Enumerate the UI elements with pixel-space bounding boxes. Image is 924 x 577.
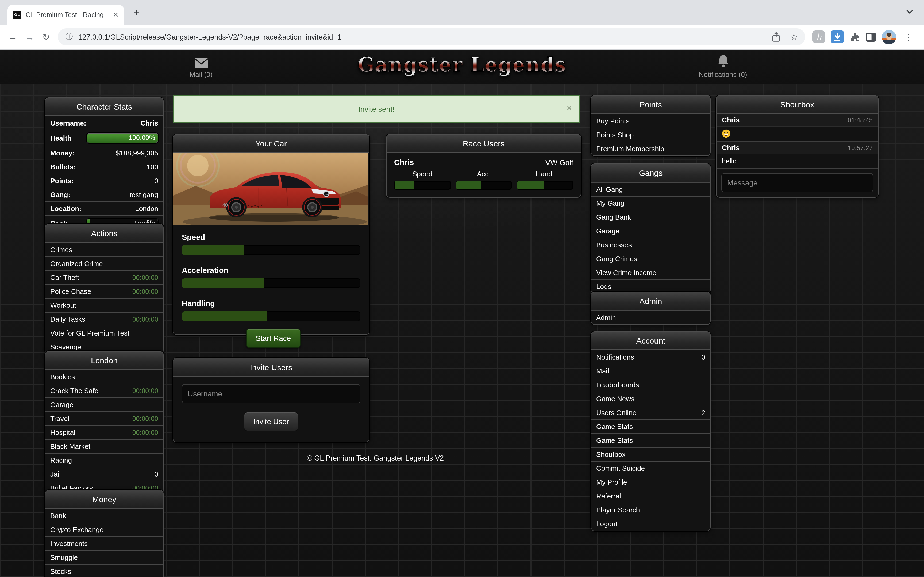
menu-item-organized-crime[interactable]: Organized Crime <box>45 256 163 270</box>
profile-avatar[interactable] <box>882 30 897 44</box>
panel-title: Gangs <box>591 164 710 182</box>
menu-item-logout[interactable]: Logout <box>591 517 710 530</box>
shout-message-header: Chris 01:48:45 <box>717 114 878 126</box>
panel-title: London <box>45 351 163 370</box>
menu-item-premium-membership[interactable]: Premium Membership <box>591 142 710 155</box>
menu-item-black-market[interactable]: Black Market <box>45 439 163 453</box>
menu-item-mail[interactable]: Mail <box>591 364 710 378</box>
shoutbox-message-input[interactable] <box>721 173 873 192</box>
menu-item-jail[interactable]: Jail0 <box>45 467 163 481</box>
panel-title: Shoutbox <box>717 96 878 114</box>
notifications-nav[interactable]: Notifications (0) <box>691 53 755 79</box>
menu-item-game-stats[interactable]: Game Stats <box>591 419 710 433</box>
menu-item-smuggle[interactable]: Smuggle <box>45 550 163 564</box>
race-stat-hand: Hand. <box>517 170 573 190</box>
panel-title: Actions <box>45 224 163 243</box>
address-pill[interactable]: ⓘ 127.0.0.1/GLScript/release/Gangster-Le… <box>58 28 806 45</box>
refresh-icon[interactable]: ↻ <box>42 32 50 41</box>
start-race-button[interactable]: Start Race <box>246 329 300 348</box>
menu-item-buy-points[interactable]: Buy Points <box>591 114 710 128</box>
actions-panel: Actions Crimes Organized Crime Car Theft… <box>45 224 164 354</box>
info-icon[interactable]: ⓘ <box>66 32 73 42</box>
menu-item-notifications[interactable]: Notifications0 <box>591 350 710 364</box>
menu-item-logs[interactable]: Logs <box>591 279 710 293</box>
browser-tab[interactable]: GL GL Premium Test - Racing ✕ <box>8 5 124 24</box>
race-user-car: VW Golf <box>545 158 573 167</box>
menu-item-view-crime-income[interactable]: View Crime Income <box>591 266 710 279</box>
tab-close-icon[interactable]: ✕ <box>113 11 119 19</box>
points-panel: Points Buy Points Points Shop Premium Me… <box>591 95 711 156</box>
menu-item-crack-the-safe[interactable]: Crack The Safe00:00:00 <box>45 384 163 398</box>
browser-window: GL GL Premium Test - Racing ✕ + ← → ↻ ⓘ … <box>0 0 924 577</box>
menu-item-garage[interactable]: Garage <box>45 398 163 411</box>
new-tab-icon[interactable]: + <box>134 6 140 18</box>
back-icon[interactable]: ← <box>8 32 17 41</box>
invite-username-input[interactable] <box>182 384 360 403</box>
menu-item-racing[interactable]: Racing <box>45 453 163 467</box>
your-car-panel: Your Car <box>173 134 370 335</box>
menu-item-gang-crimes[interactable]: Gang Crimes <box>591 251 710 266</box>
menu-item-crypto-exchange[interactable]: Crypto Exchange <box>45 522 163 537</box>
race-stat-acc: Acc. <box>455 170 512 190</box>
gangs-panel: Gangs All Gang My Gang Gang Bank Garage … <box>591 163 711 294</box>
menu-item-game-stats-2[interactable]: Game Stats <box>591 433 710 447</box>
menu-item-police-chase[interactable]: Police Chase00:00:00 <box>45 284 163 298</box>
menu-item-travel[interactable]: Travel00:00:00 <box>45 411 163 425</box>
extensions-puzzle-icon[interactable] <box>850 32 860 42</box>
menu-item-vote[interactable]: Vote for GL Premium Test <box>45 326 163 340</box>
race-stat-speed: Speed <box>394 170 451 190</box>
stat-row: Points: 0 <box>45 174 163 187</box>
account-panel: Account Notifications0 Mail Leaderboards… <box>591 331 711 531</box>
menu-item-player-search[interactable]: Player Search <box>591 503 710 517</box>
menu-item-businesses[interactable]: Businesses <box>591 238 710 251</box>
menu-item-hospital[interactable]: Hospital00:00:00 <box>45 425 163 439</box>
menu-item-gang-garage[interactable]: Garage <box>591 224 710 238</box>
shoutbox-panel: Shoutbox Chris 01:48:45 Chris 10:57:27 <box>716 95 879 198</box>
sidebar-icon[interactable] <box>866 32 876 41</box>
invite-user-button[interactable]: Invite User <box>244 412 299 431</box>
share-icon[interactable] <box>772 32 780 42</box>
game-logo: Gangster Legends <box>0 53 924 76</box>
acceleration-bar <box>182 278 360 288</box>
shout-message-header: Chris 10:57:27 <box>717 141 878 154</box>
browser-menu-icon[interactable]: ⋮ <box>905 32 913 42</box>
menu-item-stocks[interactable]: Stocks <box>45 564 163 577</box>
menu-item-bookies[interactable]: Bookies <box>45 370 163 384</box>
menu-item-workout[interactable]: Workout <box>45 298 163 312</box>
shout-message-body: hello <box>717 154 878 168</box>
panel-title: Money <box>45 490 163 509</box>
menu-item-shoutbox[interactable]: Shoutbox <box>591 447 710 461</box>
alert-close-icon[interactable]: × <box>567 104 572 112</box>
bookmark-star-icon[interactable]: ☆ <box>790 31 798 42</box>
menu-item-commit-suicide[interactable]: Commit Suicide <box>591 461 710 475</box>
menu-item-my-profile[interactable]: My Profile <box>591 475 710 489</box>
menu-item-points-shop[interactable]: Points Shop <box>591 128 710 142</box>
menu-item-bank[interactable]: Bank <box>45 509 163 522</box>
menu-item-gang-bank[interactable]: Gang Bank <box>591 210 710 224</box>
game-header: Mail (0) Gangster Legends Notifications … <box>0 50 924 84</box>
tab-search-chevron-icon[interactable] <box>906 10 913 15</box>
menu-item-admin[interactable]: Admin <box>591 310 710 324</box>
alert-banner: Invite sent! × <box>173 95 580 123</box>
menu-item-users-online[interactable]: Users Online2 <box>591 406 710 419</box>
menu-item-daily-tasks[interactable]: Daily Tasks00:00:00 <box>45 312 163 326</box>
menu-item-all-gang[interactable]: All Gang <box>591 182 710 196</box>
smiley-emoji-icon <box>722 129 730 138</box>
car-image: VW 40 <box>173 153 368 226</box>
handling-bar <box>182 311 360 321</box>
menu-item-investments[interactable]: Investments <box>45 537 163 550</box>
tab-title: GL Premium Test - Racing <box>26 11 108 18</box>
extension-h-icon[interactable]: h <box>813 31 825 43</box>
menu-item-leaderboards[interactable]: Leaderboards <box>591 378 710 392</box>
menu-item-game-news[interactable]: Game News <box>591 392 710 406</box>
menu-item-crimes[interactable]: Crimes <box>45 243 163 256</box>
menu-item-referral[interactable]: Referral <box>591 489 710 503</box>
menu-item-car-theft[interactable]: Car Theft00:00:00 <box>45 270 163 284</box>
tab-strip: GL GL Premium Test - Racing ✕ + <box>0 0 924 24</box>
download-extension-icon[interactable] <box>831 31 844 43</box>
panel-title: Race Users <box>387 135 581 153</box>
character-stats-panel: Character Stats Username: Chris Health 1… <box>45 97 164 232</box>
menu-item-my-gang[interactable]: My Gang <box>591 196 710 210</box>
forward-icon[interactable]: → <box>25 32 34 41</box>
admin-panel: Admin Admin <box>591 292 711 325</box>
